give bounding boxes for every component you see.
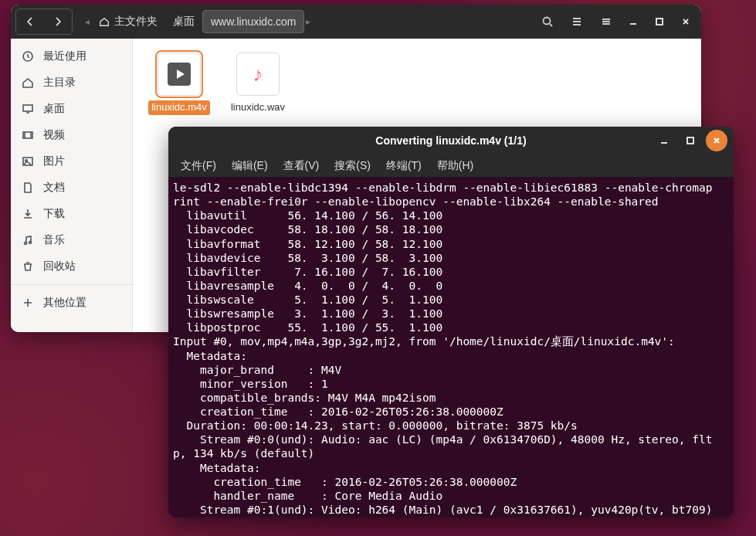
sidebar-item-downloads[interactable]: 下载: [11, 201, 132, 227]
music-icon: [22, 234, 34, 246]
breadcrumb-label: www.linuxidc.com: [211, 15, 296, 28]
minimize-button[interactable]: [653, 130, 675, 151]
sidebar-item-label: 文档: [43, 181, 65, 195]
svg-rect-1: [656, 19, 663, 25]
sidebar: 最近使用 主目录 桌面 视频 图片 文档: [11, 39, 133, 332]
terminal-menubar: 文件(F) 编辑(E) 查看(V) 搜索(S) 终端(T) 帮助(H): [168, 154, 734, 178]
terminal-title: Converting linuxidc.m4v (1/1): [375, 134, 526, 147]
sidebar-item-music[interactable]: 音乐: [11, 227, 132, 253]
svg-point-8: [29, 242, 32, 244]
file-item-video[interactable]: linuxidc.m4v: [148, 53, 210, 115]
breadcrumb-desktop[interactable]: 桌面: [165, 10, 202, 33]
sidebar-item-other-locations[interactable]: 其他位置: [11, 290, 132, 316]
sidebar-item-documents[interactable]: 文档: [11, 175, 132, 201]
file-thumbnail: [158, 53, 201, 96]
video-icon: [22, 129, 34, 141]
plus-icon: [22, 297, 34, 309]
menu-terminal[interactable]: 终端(T): [380, 156, 428, 176]
search-icon: [541, 15, 554, 28]
hamburger-icon: [600, 15, 612, 28]
svg-rect-9: [687, 137, 693, 144]
file-thumbnail: ♪: [236, 53, 280, 96]
close-button[interactable]: [675, 11, 697, 32]
home-icon: [99, 16, 110, 27]
sidebar-item-desktop[interactable]: 桌面: [11, 96, 132, 122]
menu-view[interactable]: 查看(V): [277, 156, 326, 176]
terminal-titlebar[interactable]: Converting linuxidc.m4v (1/1): [168, 127, 734, 154]
file-label: linuxidc.wav: [228, 100, 288, 115]
chevron-right-icon: ▸: [304, 16, 312, 27]
sidebar-item-label: 下载: [43, 207, 65, 221]
play-icon: [168, 63, 191, 86]
view-list-button[interactable]: [564, 10, 590, 33]
svg-point-7: [25, 243, 27, 245]
sidebar-item-label: 音乐: [43, 233, 65, 247]
sidebar-item-label: 图片: [43, 154, 65, 168]
search-button[interactable]: [534, 10, 561, 33]
breadcrumb-label: 主文件夹: [114, 15, 158, 29]
download-icon: [22, 208, 34, 220]
clock-icon: [22, 50, 34, 63]
sidebar-item-recent[interactable]: 最近使用: [11, 43, 132, 70]
sidebar-item-home[interactable]: 主目录: [11, 70, 132, 96]
nav-back-button[interactable]: [17, 10, 43, 33]
file-item-audio[interactable]: ♪ linuxidc.wav: [227, 53, 289, 115]
sidebar-item-label: 主目录: [43, 76, 76, 90]
svg-rect-3: [23, 105, 32, 111]
sidebar-item-videos[interactable]: 视频: [11, 122, 132, 148]
close-button[interactable]: [706, 130, 727, 151]
menu-edit[interactable]: 编辑(E): [225, 156, 274, 176]
list-icon: [571, 15, 583, 28]
music-note-icon: ♪: [253, 63, 263, 87]
trash-icon: [22, 260, 34, 273]
sidebar-item-label: 桌面: [43, 102, 65, 116]
breadcrumb-current[interactable]: www.linuxidc.com: [202, 10, 304, 33]
sidebar-item-label: 最近使用: [43, 49, 86, 63]
document-icon: [22, 181, 34, 194]
menu-file[interactable]: 文件(F): [175, 156, 222, 176]
file-manager-toolbar: ◂ 主文件夹 桌面 www.linuxidc.com ▸: [11, 5, 701, 39]
breadcrumb-label: 桌面: [173, 15, 195, 29]
breadcrumb: ◂ 主文件夹 桌面 www.linuxidc.com ▸: [83, 10, 531, 33]
svg-point-0: [544, 18, 551, 25]
image-icon: [22, 155, 34, 168]
maximize-button[interactable]: [680, 130, 701, 151]
minimize-button[interactable]: [622, 11, 644, 32]
terminal-window: Converting linuxidc.m4v (1/1) 文件(F) 编辑(E…: [168, 127, 734, 517]
chevron-left-icon: ◂: [83, 16, 91, 27]
maximize-button[interactable]: [649, 11, 670, 32]
menu-search[interactable]: 搜索(S): [328, 156, 377, 176]
sidebar-item-label: 其他位置: [43, 296, 86, 310]
breadcrumb-home[interactable]: 主文件夹: [91, 10, 165, 33]
sidebar-item-label: 回收站: [43, 260, 76, 273]
sidebar-item-pictures[interactable]: 图片: [11, 148, 132, 175]
file-label: linuxidc.m4v: [148, 100, 210, 115]
home-icon: [22, 76, 34, 89]
menu-help[interactable]: 帮助(H): [431, 156, 480, 176]
nav-forward-button[interactable]: [45, 10, 71, 33]
sidebar-item-trash[interactable]: 回收站: [11, 253, 132, 280]
desktop-icon: [22, 103, 34, 115]
sidebar-item-label: 视频: [43, 128, 65, 142]
menu-button[interactable]: [593, 10, 619, 33]
terminal-output[interactable]: le-sdl2 --enable-libdc1394 --enable-libd…: [168, 178, 734, 517]
